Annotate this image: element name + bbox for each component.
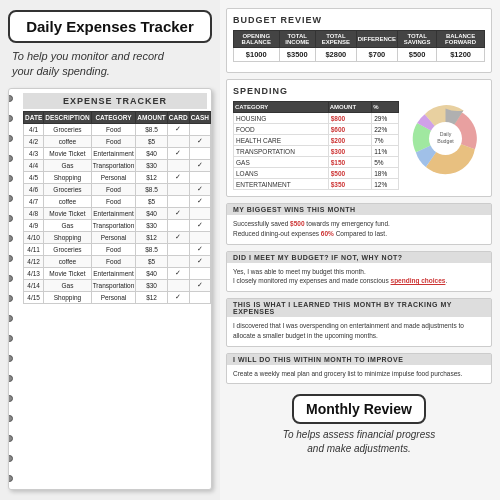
budget-value-cell: $1200	[437, 48, 485, 62]
expense-cat: Personal	[91, 291, 136, 303]
expense-desc: Gas	[44, 279, 91, 291]
spending-amount: $150	[328, 157, 372, 168]
expense-date: 4/10	[24, 231, 44, 243]
spending-amount: $200	[328, 135, 372, 146]
notebook-spiral	[8, 89, 13, 489]
spiral-dot	[8, 195, 13, 202]
budget-value-cell: $3500	[279, 48, 315, 62]
expense-table-row: 4/12 coffee Food $5 ✓	[24, 255, 211, 267]
spending-col-amt: AMOUNT	[328, 102, 372, 113]
expense-card	[167, 159, 189, 171]
expense-amount: $12	[136, 231, 168, 243]
spending-cat: TRANSPORTATION	[234, 146, 329, 157]
expense-cat: Transportation	[91, 279, 136, 291]
expense-amount: $40	[136, 267, 168, 279]
expense-cat: Food	[91, 195, 136, 207]
expense-cash	[189, 147, 210, 159]
expense-card: ✓	[167, 207, 189, 219]
expense-cash	[189, 207, 210, 219]
expense-cash: ✓	[189, 135, 210, 147]
learned-title: THIS IS WHAT I LEARNED THIS MONTH BY TRA…	[227, 299, 491, 317]
expense-date: 4/5	[24, 171, 44, 183]
expense-amount: $12	[136, 291, 168, 303]
col-date: DATE	[24, 111, 44, 123]
expense-cash	[189, 291, 210, 303]
expense-cash: ✓	[189, 159, 210, 171]
expense-cash	[189, 231, 210, 243]
pie-center-text1: Daily	[439, 131, 451, 137]
expense-table-row: 4/1 Groceries Food $8.5 ✓	[24, 123, 211, 135]
expense-desc: coffee	[44, 195, 91, 207]
wins-section: MY BIGGEST WINS THIS MONTH Successfully …	[226, 203, 492, 245]
spending-pct: 11%	[372, 146, 399, 157]
expense-amount: $8.5	[136, 123, 168, 135]
expense-table-row: 4/2 coffee Food $5 ✓	[24, 135, 211, 147]
expense-desc: Shopping	[44, 171, 91, 183]
spiral-dot	[8, 135, 13, 142]
spiral-dot	[8, 315, 13, 322]
spending-amount: $800	[328, 113, 372, 124]
pie-chart: Daily Budget	[408, 101, 483, 176]
left-panel: Daily Expenses Tracker To help you monit…	[0, 0, 220, 500]
expense-table-row: 4/10 Shopping Personal $12 ✓	[24, 231, 211, 243]
spending-cat: HOUSING	[234, 113, 329, 124]
budget-header-cell: TOTAL EXPENSE	[315, 31, 356, 48]
spending-row: HOUSING $800 29%	[234, 113, 399, 124]
met-text: Yes, I was able to meet my budget this m…	[233, 267, 485, 287]
expense-cash	[189, 171, 210, 183]
expense-cat: Food	[91, 183, 136, 195]
expense-card	[167, 219, 189, 231]
expense-date: 4/4	[24, 159, 44, 171]
expense-cash: ✓	[189, 183, 210, 195]
budget-value-cell: $500	[398, 48, 437, 62]
expense-cat: Food	[91, 135, 136, 147]
col-amount: AMOUNT	[136, 111, 168, 123]
expense-date: 4/7	[24, 195, 44, 207]
expense-desc: coffee	[44, 135, 91, 147]
right-panel: BUDGET REVIEW OPENING BALANCETOTAL INCOM…	[220, 0, 500, 500]
spending-cat: GAS	[234, 157, 329, 168]
expense-desc: Groceries	[44, 183, 91, 195]
spending-table-container: SPENDING CATEGORY AMOUNT % HOUSING $800 …	[233, 86, 399, 190]
spending-pct: 12%	[372, 179, 399, 190]
learned-section: THIS IS WHAT I LEARNED THIS MONTH BY TRA…	[226, 298, 492, 347]
notebook-content: EXPENSE TRACKER DATE DESCRIPTION CATEGOR…	[17, 89, 211, 308]
expense-notebook: EXPENSE TRACKER DATE DESCRIPTION CATEGOR…	[8, 88, 212, 490]
monthly-review-badge: Monthly Review	[292, 394, 426, 424]
budget-header-cell: TOTAL INCOME	[279, 31, 315, 48]
expense-table-row: 4/3 Movie Ticket Entertainment $40 ✓	[24, 147, 211, 159]
budget-value-cell: $700	[356, 48, 397, 62]
expense-amount: $30	[136, 219, 168, 231]
expense-date: 4/9	[24, 219, 44, 231]
spending-row: ENTERTAINMENT $350 12%	[234, 179, 399, 190]
spiral-dot	[8, 375, 13, 382]
expense-desc: Groceries	[44, 123, 91, 135]
main-container: Daily Expenses Tracker To help you monit…	[0, 0, 500, 500]
spiral-dot	[8, 395, 13, 402]
expense-card	[167, 243, 189, 255]
expense-cat: Transportation	[91, 219, 136, 231]
spending-cat: HEALTH CARE	[234, 135, 329, 146]
spiral-dot	[8, 215, 13, 222]
expense-table-row: 4/4 Gas Transportation $30 ✓	[24, 159, 211, 171]
met-section: DID I MEET MY BUDGET? IF NOT, WHY NOT? Y…	[226, 251, 492, 293]
expense-cash: ✓	[189, 219, 210, 231]
col-desc: DESCRIPTION	[44, 111, 91, 123]
expense-card	[167, 183, 189, 195]
monthly-review-subtitle: To helps assess financial progress and m…	[283, 428, 436, 456]
expense-cash: ✓	[189, 279, 210, 291]
spending-row: HEALTH CARE $200 7%	[234, 135, 399, 146]
spending-cat: LOANS	[234, 168, 329, 179]
budget-header-cell: TOTAL SAVINGS	[398, 31, 437, 48]
expense-tracker-label: EXPENSE TRACKER	[23, 93, 207, 109]
expense-card: ✓	[167, 171, 189, 183]
expense-amount: $8.5	[136, 183, 168, 195]
spiral-dot	[8, 475, 13, 482]
spending-data-table: CATEGORY AMOUNT % HOUSING $800 29% FOOD …	[233, 101, 399, 190]
expense-cash	[189, 267, 210, 279]
expense-cash: ✓	[189, 255, 210, 267]
expense-amount: $5	[136, 135, 168, 147]
spiral-dot	[8, 435, 13, 442]
expense-card	[167, 255, 189, 267]
expense-cat: Food	[91, 123, 136, 135]
